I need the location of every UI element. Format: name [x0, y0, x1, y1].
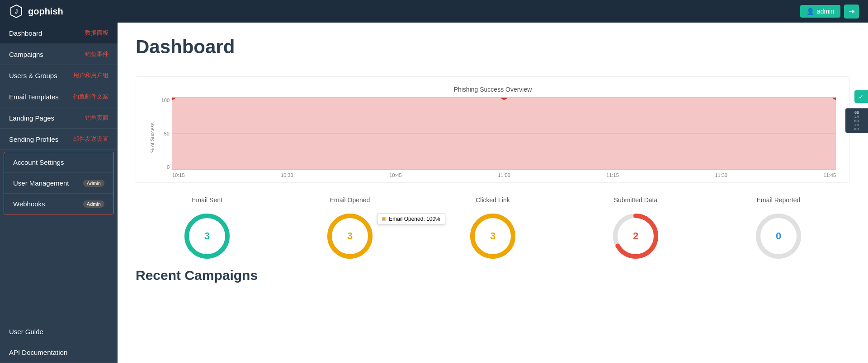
chart-ylabel: % of Success [150, 98, 155, 178]
x-label-2: 10:45 [389, 172, 402, 178]
chart-svg [172, 98, 836, 170]
widget-label: 1.9K/s [847, 115, 866, 123]
sidebar-item-api-docs[interactable]: API Documentation [0, 342, 118, 363]
email-opened-tooltip: Email Opened: 100% [377, 214, 445, 224]
title-divider [136, 67, 850, 67]
main-content: Dashboard Phishing Success Overview % of… [118, 23, 868, 363]
y-label-0: 0 [159, 164, 170, 170]
sidebar-item-landing-pages-label: Landing Pages [9, 114, 54, 122]
sidebar-item-landing-pages[interactable]: Landing Pages 钓鱼页面 [0, 107, 118, 129]
tooltip-dot [382, 217, 386, 221]
layout: Dashboard 数据面板 Campaigns 钓鱼事件 Users & Gr… [0, 23, 868, 363]
sidebar-item-users-groups-sub: 用户和用户组 [73, 71, 108, 79]
phishing-chart: Phishing Success Overview % of Success 1… [136, 76, 850, 183]
sidebar-item-users-groups[interactable]: Users & Groups 用户和用户组 [0, 65, 118, 86]
stat-email-opened-donut: 3 Email Opened: 100% [323, 209, 377, 263]
stat-email-reported-value: 0 [776, 230, 781, 242]
stat-clicked-link-value: 3 [490, 230, 495, 242]
topnav: J gophish 👤 admin ⇥ [0, 0, 868, 23]
topnav-right: 👤 admin ⇥ [800, 5, 859, 19]
page-title: Dashboard [136, 36, 850, 58]
sidebar-item-sending-profiles[interactable]: Sending Profiles 邮件发送设置 [0, 129, 118, 150]
tooltip-text: Email Opened: 100% [389, 216, 440, 222]
logout-button[interactable]: ⇥ [844, 5, 859, 19]
x-label-5: 11:30 [715, 172, 727, 178]
stats-row: Email Sent 3 Email Opened 3 [136, 196, 850, 263]
sidebar-item-dashboard-sub: 数据面板 [85, 29, 108, 37]
stat-email-sent-label: Email Sent [192, 196, 222, 204]
stat-submitted-data-donut: 2 [609, 209, 663, 263]
admin-button[interactable]: 👤 admin [800, 5, 840, 18]
brand-icon: J [9, 4, 24, 19]
brand: J gophish [9, 4, 63, 19]
side-widget: ✓ [854, 90, 868, 103]
sidebar-item-sending-profiles-sub: 邮件发送设置 [73, 135, 108, 143]
x-label-4: 11:15 [606, 172, 619, 178]
stat-email-opened-value: 3 [347, 230, 353, 242]
stat-email-sent: Email Sent 3 [180, 196, 234, 263]
stat-submitted-data-label: Submitted Data [614, 196, 658, 204]
sidebar-item-account-settings[interactable]: Account Settings [4, 152, 113, 173]
sidebar-item-campaigns-label: Campaigns [9, 51, 43, 58]
sidebar-item-user-management-label: User Management [13, 179, 69, 187]
sidebar-item-campaigns-sub: 钓鱼事件 [85, 50, 108, 58]
user-icon: 👤 [807, 8, 814, 15]
stat-email-sent-value: 3 [204, 230, 210, 242]
stat-email-reported-donut: 0 [751, 209, 806, 263]
widget-speed: 66 [847, 110, 866, 115]
recent-campaigns-title: Recent Campaigns [136, 268, 850, 283]
x-label-3: 11:00 [498, 172, 510, 178]
sidebar-item-email-templates-sub: 钓鱼邮件文案 [73, 93, 108, 101]
stat-email-opened: Email Opened 3 Email Opened: 100% [323, 196, 377, 263]
stat-clicked-link-donut: 3 [466, 209, 520, 263]
sidebar-item-email-templates[interactable]: Email Templates 钓鱼邮件文案 [0, 86, 118, 107]
sidebar-item-user-guide[interactable]: User Guide [0, 321, 118, 342]
sidebar-item-user-management[interactable]: User Management Admin [4, 173, 113, 194]
chart-area: % of Success 100 50 0 [150, 98, 836, 178]
svg-text:J: J [15, 9, 18, 15]
sidebar-item-dashboard-label: Dashboard [9, 29, 42, 37]
sidebar: Dashboard 数据面板 Campaigns 钓鱼事件 Users & Gr… [0, 23, 118, 363]
admin-label: admin [817, 8, 834, 15]
sidebar-item-landing-pages-sub: 钓鱼页面 [85, 114, 108, 122]
y-label-50: 50 [159, 131, 170, 136]
sidebar-item-users-groups-label: Users & Groups [9, 72, 57, 79]
sidebar-item-webhooks[interactable]: Webhooks Admin [4, 194, 113, 214]
stat-submitted-data-value: 2 [633, 230, 638, 242]
stat-submitted-data: Submitted Data 2 [609, 196, 663, 263]
sidebar-item-webhooks-label: Webhooks [13, 200, 45, 208]
user-management-badge: Admin [83, 180, 104, 187]
x-label-0: 10:15 [172, 172, 185, 178]
stat-email-sent-donut: 3 [180, 209, 234, 263]
chart-title: Phishing Success Overview [150, 86, 836, 93]
stat-email-opened-label: Email Opened [330, 196, 370, 204]
logout-icon: ⇥ [849, 8, 854, 15]
sidebar-item-campaigns[interactable]: Campaigns 钓鱼事件 [0, 44, 118, 65]
widget-stats: 66 1.9K/s 1.9K/s [845, 108, 868, 133]
sidebar-item-api-docs-label: API Documentation [9, 349, 67, 356]
widget-label2: 1.9K/s [847, 123, 866, 131]
admin-section-box: Account Settings User Management Admin W… [4, 152, 114, 214]
widget-check-icon: ✓ [859, 93, 864, 100]
y-label-100: 100 [159, 98, 170, 103]
sidebar-item-account-settings-label: Account Settings [13, 158, 64, 166]
sidebar-item-dashboard[interactable]: Dashboard 数据面板 [0, 23, 118, 44]
chart-body: 100 50 0 [159, 98, 836, 178]
sidebar-item-sending-profiles-label: Sending Profiles [9, 135, 58, 143]
svg-marker-5 [172, 98, 836, 170]
sidebar-item-user-guide-label: User Guide [9, 328, 43, 335]
sidebar-item-email-templates-label: Email Templates [9, 93, 59, 101]
stat-email-reported: Email Reported 0 [751, 196, 806, 263]
sidebar-bottom: User Guide API Documentation [0, 321, 118, 363]
x-label-6: 11:45 [823, 172, 836, 178]
stat-email-reported-label: Email Reported [757, 196, 801, 204]
stat-clicked-link-label: Clicked Link [476, 196, 509, 204]
stat-clicked-link: Clicked Link 3 [466, 196, 520, 263]
brand-name: gophish [28, 6, 63, 17]
webhooks-badge: Admin [83, 200, 104, 208]
x-label-1: 10:30 [281, 172, 293, 178]
